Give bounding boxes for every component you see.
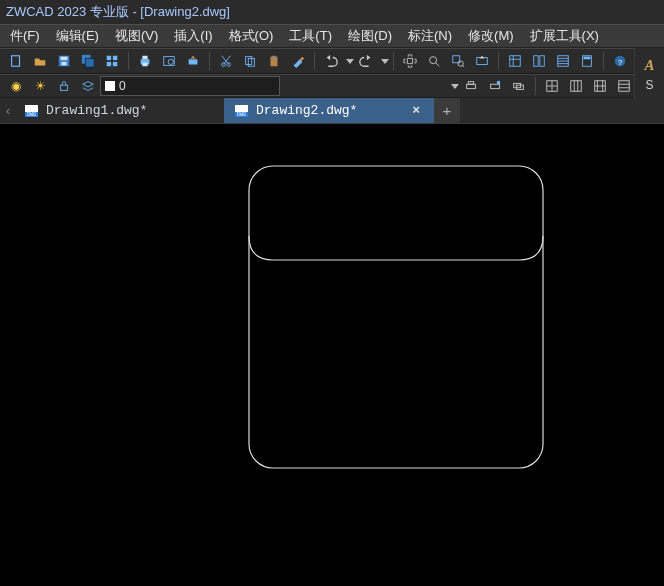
separator	[535, 77, 536, 95]
svg-rect-31	[584, 57, 591, 60]
svg-rect-7	[113, 56, 117, 60]
svg-rect-27	[534, 56, 538, 67]
svg-rect-12	[142, 63, 147, 67]
paste-icon[interactable]	[263, 50, 285, 72]
svg-rect-35	[467, 84, 476, 88]
zoom-realtime-icon[interactable]	[423, 50, 445, 72]
drawing-canvas[interactable]	[0, 124, 664, 586]
svg-rect-34	[61, 85, 68, 90]
tiles-icon[interactable]	[101, 50, 123, 72]
svg-rect-2	[61, 57, 68, 61]
dropdown-icon[interactable]	[451, 84, 459, 89]
grid3-icon[interactable]	[589, 75, 611, 97]
menu-format[interactable]: 格式(O)	[221, 25, 282, 47]
svg-point-22	[430, 57, 437, 64]
separator	[603, 52, 604, 70]
svg-text:DWG: DWG	[237, 112, 246, 118]
grid2-icon[interactable]	[565, 75, 587, 97]
saveall-icon[interactable]	[77, 50, 99, 72]
undo-dropdown-icon[interactable]	[346, 59, 354, 64]
lock-icon[interactable]	[53, 75, 75, 97]
grid1-icon[interactable]	[541, 75, 563, 97]
svg-rect-28	[540, 56, 544, 67]
zoom-previous-icon[interactable]	[471, 50, 493, 72]
dwg-icon: DWG	[24, 103, 40, 119]
publish-icon[interactable]	[182, 50, 204, 72]
lightbulb-icon[interactable]: ◉	[5, 75, 27, 97]
redo-icon[interactable]	[355, 50, 377, 72]
tab-scroll-left-icon[interactable]: ‹	[6, 98, 14, 123]
tab-label: Drawing2.dwg*	[256, 103, 357, 118]
svg-rect-8	[107, 62, 111, 66]
save-icon[interactable]	[53, 50, 75, 72]
menu-edit[interactable]: 编辑(E)	[48, 25, 107, 47]
svg-rect-15	[189, 59, 198, 64]
redo-dropdown-icon[interactable]	[381, 59, 389, 64]
menu-file[interactable]: 件(F)	[2, 25, 48, 47]
add-tab-button[interactable]: +	[434, 98, 460, 123]
svg-rect-3	[61, 62, 66, 66]
right-label[interactable]: S	[645, 78, 653, 92]
svg-rect-5	[85, 58, 94, 67]
menu-dimension[interactable]: 标注(N)	[400, 25, 460, 47]
svg-rect-9	[113, 62, 117, 66]
menu-view[interactable]: 视图(V)	[107, 25, 166, 47]
zoom-window-icon[interactable]	[447, 50, 469, 72]
svg-text:DWG: DWG	[27, 112, 36, 118]
grid4-icon[interactable]	[613, 75, 635, 97]
toolbar-main: ?	[0, 48, 664, 74]
preview-icon[interactable]	[158, 50, 180, 72]
plot-batch-icon[interactable]	[508, 75, 530, 97]
separator	[209, 52, 210, 70]
svg-rect-25	[477, 58, 488, 65]
properties-icon[interactable]	[504, 50, 526, 72]
toolpalette-icon[interactable]	[552, 50, 574, 72]
svg-rect-37	[491, 84, 500, 88]
menu-tools[interactable]: 工具(T)	[281, 25, 340, 47]
menu-draw[interactable]: 绘图(D)	[340, 25, 400, 47]
plot-style-icon[interactable]	[484, 75, 506, 97]
document-tab-2[interactable]: DWG Drawing2.dwg* ×	[224, 98, 434, 123]
svg-text:?: ?	[618, 58, 623, 67]
text-style-icon[interactable]: A	[644, 57, 654, 74]
layer-icon[interactable]	[77, 75, 99, 97]
new-icon[interactable]	[5, 50, 27, 72]
separator	[128, 52, 129, 70]
open-icon[interactable]	[29, 50, 51, 72]
document-tabstrip: ‹ DWG Drawing1.dwg* DWG Drawing2.dwg* × …	[0, 98, 664, 124]
undo-icon[interactable]	[320, 50, 342, 72]
svg-rect-11	[142, 56, 147, 60]
cut-icon[interactable]	[215, 50, 237, 72]
help-icon[interactable]: ?	[609, 50, 631, 72]
pan-icon[interactable]	[399, 50, 421, 72]
menu-bar: 件(F) 编辑(E) 视图(V) 插入(I) 格式(O) 工具(T) 绘图(D)…	[0, 24, 664, 48]
layer-name: 0	[119, 79, 126, 93]
menu-extension-tools[interactable]: 扩展工具(X)	[522, 25, 607, 47]
title-bar: ZWCAD 2023 专业版 - [Drawing2.dwg]	[0, 0, 664, 24]
menu-insert[interactable]: 插入(I)	[166, 25, 220, 47]
copy-icon[interactable]	[239, 50, 261, 72]
layer-color-chip	[105, 81, 115, 91]
document-tab-1[interactable]: DWG Drawing1.dwg*	[14, 98, 224, 123]
separator	[393, 52, 394, 70]
menu-modify[interactable]: 修改(M)	[460, 25, 522, 47]
svg-rect-6	[107, 56, 111, 60]
tab-label: Drawing1.dwg*	[46, 103, 147, 118]
matchprop-icon[interactable]	[287, 50, 309, 72]
svg-rect-42	[571, 81, 582, 92]
toolbar-layer: ◉ ☀ 0	[0, 74, 664, 98]
designcenter-icon[interactable]	[528, 50, 550, 72]
close-tab-icon[interactable]: ×	[408, 103, 424, 118]
plot-icon[interactable]	[460, 75, 482, 97]
sun-icon[interactable]: ☀	[29, 75, 51, 97]
svg-rect-21	[272, 56, 276, 59]
svg-rect-0	[12, 56, 20, 67]
print-icon[interactable]	[134, 50, 156, 72]
layer-combo[interactable]: 0	[100, 76, 280, 96]
svg-rect-44	[619, 81, 630, 92]
calc-icon[interactable]	[576, 50, 598, 72]
svg-rect-52	[249, 166, 543, 468]
dwg-icon: DWG	[234, 103, 250, 119]
separator	[498, 52, 499, 70]
svg-point-38	[497, 81, 501, 85]
